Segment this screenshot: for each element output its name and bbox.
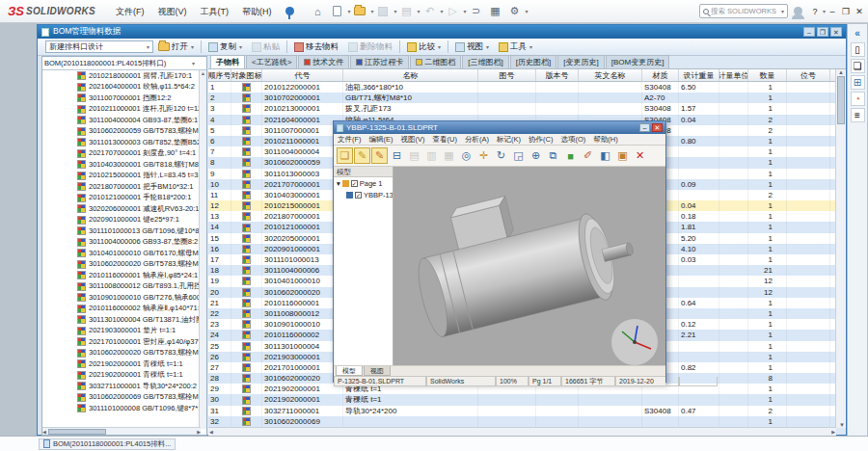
tree-item[interactable]: 2021701000001 密封座,φ140/φ37*14:1 bbox=[42, 336, 201, 348]
viewer-minimize-button[interactable]: – bbox=[639, 123, 650, 132]
工具-button[interactable]: 工具▾ bbox=[494, 40, 537, 55]
bom-selector-combo[interactable]: BOM(2010118000001:PL4015排料口) ▾ bbox=[42, 57, 206, 70]
table-row[interactable]: 32010213000001拨叉,孔距173S304081.571 bbox=[208, 103, 846, 114]
shaded-view-icon[interactable]: ■ bbox=[562, 147, 579, 164]
column-header-英文名称[interactable]: 英文名称 bbox=[579, 69, 642, 81]
pan-hand-icon[interactable]: ✛ bbox=[475, 147, 492, 164]
zoom-fit-icon[interactable]: ⊕ bbox=[528, 147, 544, 164]
tree-item[interactable]: 3010403000001 GB/T818,螺钉M8*10:2 bbox=[42, 159, 201, 171]
tree-item[interactable]: 3032711000001 导轨30*24*200:2 bbox=[42, 381, 201, 392]
markup-pen-icon[interactable]: ✎ bbox=[354, 147, 370, 164]
viewer-menu-5[interactable]: 标记(K) bbox=[493, 135, 525, 145]
sheet-format-icon[interactable]: ▦ bbox=[487, 3, 504, 20]
search-input[interactable]: 搜索 SOLIDWORKS 帮助 ▾ bbox=[699, 4, 788, 18]
bom-window-titlebar[interactable]: BOM管理物料数据 – ❐ ✕ bbox=[38, 25, 846, 39]
tab-二维图档[interactable]: 二维图档 bbox=[410, 55, 461, 68]
tree-vertical-scrollbar[interactable]: ▲ bbox=[199, 70, 206, 429]
app-minimize-button[interactable]: – bbox=[826, 3, 839, 20]
paint-icon[interactable]: ✐ bbox=[580, 147, 596, 164]
viewer-menu-0[interactable]: 文件(F) bbox=[334, 135, 366, 145]
tree-item[interactable]: 3011013000003 GB/T852,垫圈B52:1 bbox=[42, 137, 201, 148]
options-gear-icon[interactable]: ⚙ bbox=[506, 3, 524, 20]
attachment-icon[interactable]: ⊃ bbox=[468, 3, 485, 20]
tree-item[interactable]: 2021903000001 垫片 t=1:1 bbox=[42, 326, 201, 337]
tab-[变更历史][interactable]: [变更历史] bbox=[557, 55, 604, 68]
table-scroll-left-icon[interactable]: ◀ bbox=[209, 429, 213, 435]
column-header-名称[interactable]: 名称 bbox=[343, 69, 478, 81]
app-menu-1[interactable]: 视图(V) bbox=[150, 1, 193, 22]
appearance-pie-icon[interactable]: ◔ bbox=[851, 92, 865, 106]
search-dropdown-icon[interactable]: ▾ bbox=[781, 8, 784, 14]
table-row[interactable]: 12010122000001油箱,366*180*10S304086.501 bbox=[208, 82, 846, 93]
tree-item[interactable]: 2020901000001 键e25*97:1 bbox=[42, 215, 201, 226]
tree-item[interactable]: 3011004000004 GB93-87,垫圈6:1 bbox=[42, 115, 201, 126]
tree-item[interactable]: 3010602000059 GB/T5783,螺栓M8*20:1 bbox=[42, 126, 201, 138]
viewer-menu-6[interactable]: 协作(C) bbox=[525, 135, 556, 145]
section-view-icon[interactable]: ◧ bbox=[597, 147, 613, 164]
tree-item[interactable]: 3011101000013 GB/T1096,键10*8*60:1 bbox=[42, 226, 201, 237]
new-document-icon[interactable] bbox=[328, 3, 345, 20]
user-account-icon[interactable] bbox=[794, 7, 802, 15]
table-scroll-down-icon[interactable]: ▼ bbox=[839, 422, 845, 428]
column-header-图号[interactable]: 图号 bbox=[478, 69, 536, 81]
bom-close-button[interactable]: ✕ bbox=[830, 27, 842, 37]
column-header-设计重量[interactable]: 设计重量 bbox=[679, 69, 719, 81]
viewer-close-button[interactable]: ✕ bbox=[652, 123, 663, 132]
app-close-button[interactable]: ✕ bbox=[853, 3, 866, 20]
viewer-menu-7[interactable]: 选项(O) bbox=[556, 135, 589, 145]
stamp-pen-icon[interactable]: ✎ bbox=[371, 147, 388, 164]
close-markup-icon[interactable]: ✕ bbox=[632, 147, 648, 164]
file-explorer-icon[interactable]: ❏ bbox=[851, 59, 865, 73]
tab-[BOM变更历史][interactable]: [BOM变更历史] bbox=[606, 55, 670, 68]
app-menu-0[interactable]: 文件(F) bbox=[109, 1, 151, 22]
viewer-tab-模型[interactable]: 模型 bbox=[336, 366, 363, 376]
tree-item[interactable]: 3011008000012 GB/T893.1,孔用挡圈55:1 bbox=[42, 281, 201, 293]
tree-horizontal-scrollbar[interactable]: ◀ ▶ bbox=[42, 427, 201, 435]
tab-江苏过程卡[interactable]: 江苏过程卡 bbox=[350, 55, 409, 68]
移去物料-button[interactable]: 移去物料 bbox=[289, 40, 343, 55]
比较-button[interactable]: 比较▾ bbox=[402, 40, 446, 55]
viewer-menu-8[interactable]: 帮助(H) bbox=[589, 135, 621, 145]
column-header-材质[interactable]: 材质 bbox=[642, 69, 679, 81]
tab-子物料[interactable]: 子物料 bbox=[210, 55, 245, 68]
help-button[interactable]: ? bbox=[808, 3, 822, 20]
bom-minimize-button[interactable]: – bbox=[803, 27, 815, 37]
tree-expand-icon[interactable]: ▾ bbox=[337, 179, 340, 188]
viewer-tree-node[interactable]: ▾✓Page 1 bbox=[334, 177, 393, 189]
forum-list-icon[interactable]: ≡ bbox=[851, 108, 865, 122]
tree-item[interactable]: 2010211000001 连杆,孔距120 t=12:1 bbox=[42, 104, 201, 116]
tab-技术文件[interactable]: 技术文件 bbox=[298, 55, 349, 68]
bom-document-tab[interactable]: BOM(2010118000001:PL4015排料... bbox=[39, 438, 176, 450]
column-header-顺序号[interactable]: 顺序号 bbox=[208, 69, 231, 81]
open-button[interactable]: 打开 ▾ bbox=[153, 40, 199, 55]
pin-icon[interactable] bbox=[285, 7, 294, 15]
zoom-area-icon[interactable]: ◲ bbox=[510, 147, 527, 164]
column-header-数量[interactable]: 数量 bbox=[748, 69, 787, 81]
tree-item[interactable]: 3010602000020 GB/T5783,螺栓M8*30:8 bbox=[42, 348, 201, 359]
column-header-计量单位[interactable]: 计量单位 bbox=[719, 69, 748, 81]
tree-item[interactable]: 2010121000001 手轮B18*200:1 bbox=[42, 193, 201, 204]
column-header-位号[interactable]: 位号 bbox=[787, 69, 830, 81]
tree-item[interactable]: 3020206000001 减速机RV63-20:1 bbox=[42, 203, 201, 215]
bom-restore-button[interactable]: ❐ bbox=[817, 27, 828, 37]
table-row[interactable]: 23010702000001GB/T71,螺钉M8*10A2-701 bbox=[208, 93, 846, 103]
tree-scroll-thumb[interactable] bbox=[48, 429, 106, 435]
tree-item[interactable]: 2010218000001 摇臂,孔距170:1 bbox=[42, 70, 201, 82]
bom-selector-arrow[interactable]: ▾ bbox=[192, 60, 195, 66]
new-document-icon-dropdown[interactable]: ▾ bbox=[347, 8, 350, 14]
table-scroll-thumb[interactable] bbox=[837, 76, 845, 124]
table-row[interactable]: 3230106020000691 bbox=[208, 416, 846, 427]
tree-item[interactable]: 2010116000002 轴承座Ⅱ,φ140*71:1 bbox=[42, 304, 201, 315]
checkbox-icon[interactable]: ✓ bbox=[355, 192, 362, 199]
new-design-combo[interactable]: 新建排料口设计 ▾ bbox=[45, 40, 153, 53]
collapse-chevron-icon[interactable]: « bbox=[851, 26, 865, 40]
tab-[三维图档][interactable]: [三维图档] bbox=[462, 55, 508, 68]
tree-item[interactable]: 2021902000001 青稞纸 t=1:1 bbox=[42, 370, 201, 382]
options-gear-icon-dropdown[interactable]: ▾ bbox=[526, 8, 529, 14]
viewer-3d-viewport[interactable] bbox=[393, 167, 665, 365]
viewer-menu-1[interactable]: 编辑(E) bbox=[366, 135, 397, 145]
复制-button[interactable]: 复制▾ bbox=[203, 40, 247, 55]
column-header-代号[interactable]: 代号 bbox=[262, 69, 343, 81]
custom-properties-icon[interactable]: ⊞ bbox=[851, 75, 865, 90]
tab-[历史图档][interactable]: [历史图档] bbox=[510, 55, 556, 68]
